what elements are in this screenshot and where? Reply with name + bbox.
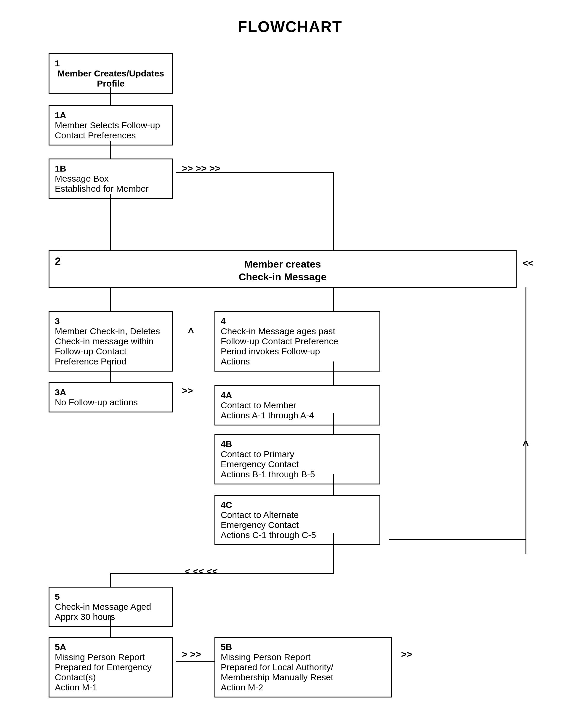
node-5a: 5A Missing Person Report Prepared for Em…: [49, 637, 173, 698]
node-4c: 4C Contact to Alternate Emergency Contac…: [214, 495, 380, 545]
arrow-n5-left: < << <<: [185, 566, 218, 577]
arrow-5b-right: >>: [401, 649, 412, 660]
node-4a: 4A Contact to Member Actions A-1 through…: [214, 385, 380, 425]
node-1b: 1B Message Box Established for Member: [49, 158, 173, 199]
node-3a: 3A No Follow-up actions: [49, 382, 173, 412]
node-4b: 4B Contact to Primary Emergency Contact …: [214, 434, 380, 485]
arrow-n2-left: <<: [523, 258, 533, 269]
arrow-5a-right: > >>: [182, 649, 201, 660]
node-1a: 1A Member Selects Follow-up Contact Pref…: [49, 105, 173, 146]
arrow-3a-right: >>: [182, 385, 193, 396]
page-title: FLOWCHART: [24, 18, 556, 35]
node-2: 2 Member creates Check-in Message: [49, 250, 517, 288]
node-4: 4 Check-in Message ages past Follow-up C…: [214, 311, 380, 371]
node-5b: 5B Missing Person Report Prepared for Lo…: [214, 637, 392, 698]
arrow-n3-up: ^: [188, 326, 194, 338]
